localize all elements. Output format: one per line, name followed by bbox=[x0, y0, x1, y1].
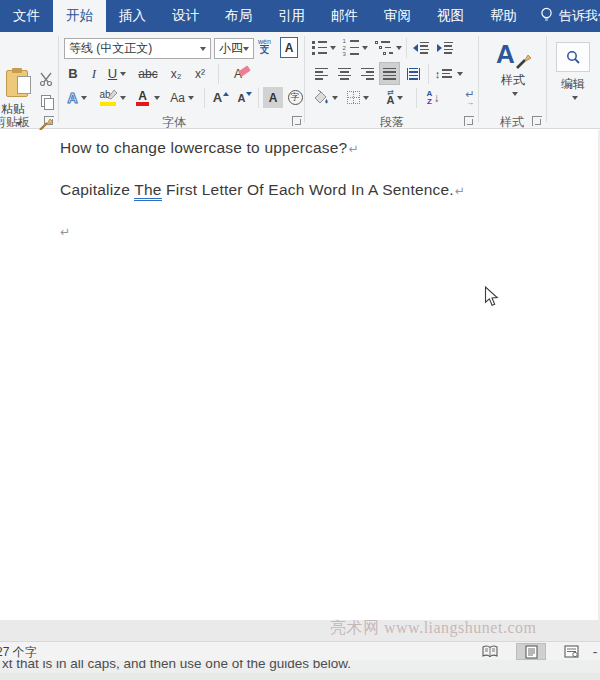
numbering-button[interactable]: 1 2 3 bbox=[341, 37, 369, 58]
tab-view[interactable]: 视图 bbox=[424, 0, 477, 32]
ribbon-home: 粘贴 剪贴板 等线 (中文正文) 小四 bbox=[0, 32, 600, 129]
clipboard-dialog-launcher[interactable] bbox=[44, 116, 54, 126]
status-bar: 27 个字 - bbox=[0, 641, 600, 660]
justify-button[interactable] bbox=[379, 62, 400, 85]
styles-dialog-launcher[interactable] bbox=[532, 116, 542, 126]
align-left-button[interactable] bbox=[311, 63, 331, 84]
asian-layout-button[interactable]: ⇄ A bbox=[378, 87, 412, 108]
word-window: 文件 开始 插入 设计 布局 引用 邮件 审阅 视图 帮助 告诉我你想要 粘贴 bbox=[0, 0, 600, 680]
multilevel-list-button[interactable] bbox=[373, 37, 403, 58]
text-effects-icon: A bbox=[67, 90, 77, 106]
doc-paragraph-2-pre: Capitalize bbox=[60, 181, 134, 198]
character-border-button[interactable]: A bbox=[280, 37, 298, 58]
tell-me-box[interactable]: 告诉我你想要 bbox=[530, 0, 600, 32]
font-name-combo[interactable]: 等线 (中文正文) bbox=[64, 38, 211, 59]
mouse-cursor bbox=[484, 286, 500, 311]
tab-review[interactable]: 审阅 bbox=[371, 0, 424, 32]
grow-font-button[interactable]: A bbox=[210, 87, 232, 108]
underline-label: U bbox=[108, 66, 117, 81]
editing-dropdown-arrow bbox=[572, 96, 578, 100]
subscript-button[interactable]: x₂ bbox=[166, 63, 186, 84]
underline-button[interactable]: U bbox=[104, 63, 130, 84]
underline-dropdown-arrow bbox=[120, 72, 126, 76]
print-layout-button[interactable] bbox=[516, 643, 546, 660]
artifact-text: xt that is in all caps, and then use one… bbox=[2, 660, 351, 671]
doc-paragraph-2-post: First Letter Of Each Word In A Sentence. bbox=[162, 181, 454, 198]
superscript-button[interactable]: x² bbox=[190, 63, 210, 84]
bullets-dropdown-arrow bbox=[330, 46, 336, 50]
italic-label: I bbox=[92, 66, 96, 82]
distribute-button[interactable] bbox=[402, 63, 424, 84]
zoom-out-button[interactable]: - bbox=[588, 643, 600, 660]
document-canvas[interactable]: How to change lowercase to uppercase?↵ C… bbox=[0, 130, 598, 620]
italic-button[interactable]: I bbox=[86, 63, 102, 84]
tab-references[interactable]: 引用 bbox=[265, 0, 318, 32]
highlight-color-button[interactable]: ab bbox=[96, 87, 128, 108]
paragraph-mark: ↵ bbox=[348, 142, 358, 156]
copy-button[interactable] bbox=[36, 90, 56, 112]
numbering-dropdown-arrow bbox=[362, 46, 368, 50]
font-size-combo[interactable]: 小四 bbox=[214, 38, 254, 59]
strikethrough-label: abc bbox=[138, 67, 157, 81]
bold-button[interactable]: B bbox=[64, 63, 82, 84]
sort-button[interactable]: A Z ↓ bbox=[420, 87, 446, 108]
read-mode-button[interactable] bbox=[477, 643, 503, 660]
increase-indent-button[interactable] bbox=[434, 37, 456, 58]
strikethrough-button[interactable]: abc bbox=[134, 63, 162, 84]
tab-home[interactable]: 开始 bbox=[53, 0, 106, 32]
asian-layout-dropdown-arrow bbox=[397, 96, 403, 100]
styles-button[interactable]: A 样式 bbox=[486, 36, 540, 98]
tab-layout[interactable]: 布局 bbox=[212, 0, 265, 32]
doc-paragraph-1: How to change lowercase to uppercase?↵ bbox=[60, 139, 359, 157]
character-shading-button[interactable]: A bbox=[263, 87, 283, 108]
distribute-icon bbox=[407, 68, 420, 80]
bullets-button[interactable] bbox=[311, 37, 337, 58]
character-shading-label: A bbox=[269, 91, 278, 105]
align-center-button[interactable] bbox=[334, 63, 354, 84]
phonetic-guide-button[interactable]: wén 文 bbox=[258, 36, 271, 57]
subscript-label: x₂ bbox=[171, 67, 182, 81]
highlight-icon: ab bbox=[99, 89, 117, 107]
text-effects-button[interactable]: A bbox=[62, 87, 92, 108]
borders-button[interactable] bbox=[344, 87, 372, 108]
font-size-dropdown-arrow bbox=[243, 47, 249, 51]
clear-formatting-button[interactable]: A bbox=[226, 63, 250, 84]
align-left-icon bbox=[315, 68, 328, 80]
highlight-dropdown-arrow bbox=[120, 96, 126, 100]
font-name-value: 等线 (中文正文) bbox=[69, 40, 152, 57]
paragraph-dialog-launcher[interactable] bbox=[464, 116, 474, 126]
align-right-button[interactable] bbox=[357, 63, 377, 84]
tab-file[interactable]: 文件 bbox=[0, 0, 53, 32]
line-spacing-icon: ↕ bbox=[435, 68, 441, 80]
paragraph-mark: ↵ bbox=[60, 225, 70, 239]
tab-mailings[interactable]: 邮件 bbox=[318, 0, 371, 32]
font-color-button[interactable]: A bbox=[132, 87, 162, 108]
font-dialog-launcher[interactable] bbox=[292, 116, 302, 126]
clipboard-group-label: 剪贴板 bbox=[0, 114, 30, 131]
tab-insert[interactable]: 插入 bbox=[106, 0, 159, 32]
web-layout-icon bbox=[564, 645, 579, 658]
enclose-characters-button[interactable]: 字 bbox=[286, 87, 304, 108]
show-marks-icon: ↵ → bbox=[465, 90, 474, 106]
change-case-button[interactable]: Aa bbox=[166, 87, 198, 108]
lightbulb-icon bbox=[540, 7, 553, 26]
search-icon bbox=[556, 42, 590, 72]
paragraph-mark: ↵ bbox=[455, 184, 465, 198]
character-border-icon: A bbox=[285, 41, 294, 55]
paragraph-group-label: 段落 bbox=[380, 114, 404, 131]
line-spacing-button[interactable]: ↕ bbox=[432, 63, 466, 84]
tab-help[interactable]: 帮助 bbox=[477, 0, 530, 32]
word-count[interactable]: 27 个字 bbox=[0, 644, 37, 661]
clear-formatting-icon: A bbox=[234, 67, 242, 81]
editing-button[interactable]: 编辑 bbox=[553, 36, 593, 106]
shrink-font-button[interactable]: A bbox=[234, 87, 256, 108]
cut-button[interactable] bbox=[36, 68, 56, 90]
font-group-label: 字体 bbox=[162, 114, 186, 131]
decrease-indent-button[interactable] bbox=[410, 37, 432, 58]
grow-font-icon: A bbox=[213, 90, 222, 105]
shading-button[interactable] bbox=[310, 87, 340, 108]
font-color-dropdown-arrow bbox=[154, 96, 160, 100]
ribbon-tab-bar: 文件 开始 插入 设计 布局 引用 邮件 审阅 视图 帮助 告诉我你想要 bbox=[0, 0, 600, 32]
web-layout-button[interactable] bbox=[558, 643, 584, 660]
tab-design[interactable]: 设计 bbox=[159, 0, 212, 32]
